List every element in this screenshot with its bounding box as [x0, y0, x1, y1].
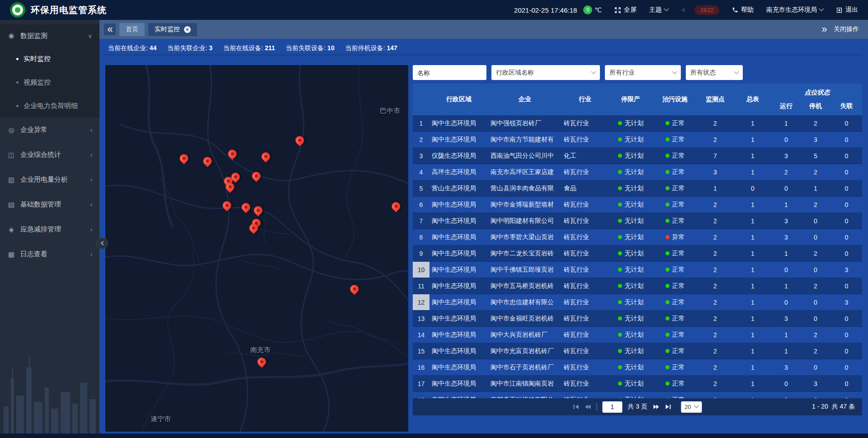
row-run-cell: 0 [772, 392, 800, 398]
last-page-button[interactable] [665, 404, 671, 410]
table-body: 1阆中生态环境局阆中强锐页岩砖厂砖瓦行业无计划正常211202阆中生态环境局阆中… [413, 115, 862, 398]
table-row[interactable]: 15阆中生态环境局阆中市光富页岩机砖厂砖瓦行业无计划正常21120 [413, 343, 862, 359]
row-industry-cell: 砖瓦行业 [561, 213, 609, 229]
sidebar-item-data-monitoring[interactable]: ◉数据监测∨ [0, 24, 99, 47]
table-row[interactable]: 11阆中生态环境局阆中市五马桥页岩机砖砖瓦行业无计划正常21120 [413, 278, 862, 294]
table-row[interactable]: 16阆中生态环境局阆中市石子页岩机砖厂砖瓦行业无计划正常21300 [413, 359, 862, 376]
enterprise-abnormal-icon: ◎ [7, 126, 15, 134]
col-disconnected: 失联 [831, 97, 862, 115]
bullet-icon [16, 81, 19, 84]
status-dot-icon [618, 284, 622, 288]
row-industry-cell: 砖瓦行业 [561, 197, 609, 212]
status-dot-icon [618, 137, 622, 141]
map-panel[interactable]: 巴中市南充市遂宁市 [105, 65, 408, 432]
prev-page-button[interactable] [585, 404, 591, 410]
status-filter-select[interactable]: 所有状态 [686, 65, 743, 80]
table-row[interactable]: 4高坪生态环境局南充市高坪区王家店建砖瓦行业无计划正常31220 [413, 164, 862, 180]
tab-home[interactable]: 首页 [119, 23, 145, 36]
row-stop-cell: 2 [800, 197, 831, 212]
sidebar-item-video-monitoring[interactable]: 视频监控 [0, 71, 99, 94]
row-meters-cell: 1 [733, 115, 772, 131]
table-row[interactable]: 1阆中生态环境局阆中强锐页岩砖厂砖瓦行业无计划正常21120 [413, 115, 862, 132]
table-row[interactable]: 13阆中生态环境局阆中市金福旺页岩机砖砖瓦行业无计划正常21300 [413, 311, 862, 327]
page-size-select[interactable]: 20 [681, 401, 702, 413]
sidebar-item-log-view[interactable]: ▦日志查看‹ [0, 242, 99, 267]
table-row[interactable]: 12阆中生态环境局阆中市忠信建材有限公砖瓦行业无计划正常21003 [413, 294, 862, 311]
map-pin-icon[interactable] [240, 201, 252, 213]
name-filter-input[interactable] [413, 65, 486, 80]
sidebar-item-realtime-monitoring[interactable]: 实时监控 [0, 47, 99, 71]
map-pin-layer: 巴中市南充市遂宁市 [105, 65, 408, 432]
sidebar-item-label: 视频监控 [24, 78, 51, 87]
next-page-button[interactable] [653, 404, 659, 410]
industry-filter-select[interactable]: 所有行业 [605, 65, 681, 80]
row-index-cell: 18 [413, 392, 429, 398]
sidebar-section-enterprise-abnormal: ◎企业异常‹ [0, 118, 99, 142]
tab-close-icon[interactable]: × [184, 26, 191, 33]
table-row[interactable]: 3仪陇生态环境局西南油气田分公司川中化工无计划正常71350 [413, 148, 862, 164]
map-pin-icon[interactable] [202, 155, 214, 167]
map-pin-icon[interactable] [250, 170, 263, 182]
row-run-cell: 3 [772, 359, 800, 375]
sidebar-item-base-data-management[interactable]: ▤基础数据管理‹ [0, 192, 99, 217]
row-run-cell: 1 [772, 327, 800, 343]
map-pin-icon[interactable] [349, 283, 361, 295]
pagination-separator [596, 403, 597, 410]
table-row[interactable]: 10阆中生态环境局阆中千佛镇五郎垭页岩砖瓦行业无计划正常21003 [413, 262, 862, 278]
region-filter-select[interactable]: 行政区域名称 [491, 65, 600, 80]
status-dot-icon [665, 268, 670, 272]
table-row[interactable]: 5营山生态环境局营山县润丰肉食品有限食品无计划正常10010 [413, 180, 862, 197]
map-pin-icon[interactable] [252, 204, 264, 217]
table-row[interactable]: 8阆中生态环境局阆中市枣碧大梁山页岩砖瓦行业无计划异常21300 [413, 229, 862, 245]
sidebar-item-emergency-reduction[interactable]: ◈应急减排管理‹ [0, 217, 99, 242]
city-label: 巴中市 [380, 107, 400, 115]
map-pin-icon[interactable] [390, 200, 402, 212]
org-dropdown[interactable]: 南充市生态环境局 [766, 6, 823, 14]
theme-dropdown[interactable]: 主题 [649, 6, 668, 14]
map-collapse-button[interactable] [96, 237, 108, 249]
fullscreen-button[interactable]: 全屏 [614, 6, 637, 14]
map-pin-icon[interactable] [226, 148, 239, 160]
col-pollution-facility: 治污设施 [653, 84, 697, 115]
row-facility-cell: 正常 [653, 115, 697, 131]
sidebar-item-electricity-analysis[interactable]: ▥企业用电量分析‹ [0, 167, 99, 192]
table-row[interactable]: 17阆中生态环境局阆中市江南镇阆南页岩砖瓦行业无计划正常21030 [413, 376, 862, 392]
row-facility-cell: 正常 [653, 180, 697, 196]
help-button[interactable]: 帮助 [732, 6, 754, 14]
row-points-cell: 2 [697, 115, 733, 131]
map-pin-icon[interactable] [221, 199, 233, 212]
sidebar-item-enterprise-abnormal[interactable]: ◎企业异常‹ [0, 118, 99, 142]
row-index-cell: 7 [413, 213, 429, 229]
tabs-scroll-right-button[interactable] [821, 27, 827, 32]
row-limit-cell: 无计划 [609, 343, 653, 359]
table-row[interactable]: 6阆中生态环境局阆中市金博瑞新型墙材砖瓦行业无计划正常21120 [413, 197, 862, 213]
row-index-cell: 10 [413, 262, 429, 278]
table-row[interactable]: 7阆中生态环境局阆中明阳建材有限公司砖瓦行业无计划正常21300 [413, 213, 862, 229]
row-index-cell: 8 [413, 229, 429, 245]
close-operations-button[interactable]: 关闭操作 [834, 25, 859, 33]
table-row[interactable]: 9阆中生态环境局阆中市二龙长宝页岩砖砖瓦行业无计划正常21120 [413, 245, 862, 262]
row-run-cell: 0 [772, 376, 800, 391]
status-dot-icon [618, 333, 622, 337]
map-pin-icon[interactable] [260, 151, 272, 163]
sidebar-item-enterprise-statistics[interactable]: ◫企业综合统计‹ [0, 142, 99, 167]
status-dot-icon [665, 365, 670, 369]
table-row[interactable]: 18南部生态环境局南部县页岩机砖有限公砖瓦行业无计划正常21060 [413, 392, 862, 398]
row-run-cell: 3 [772, 148, 800, 164]
map-pin-icon[interactable] [256, 356, 268, 368]
row-industry-cell: 砖瓦行业 [561, 359, 609, 375]
sidebar-item-power-load-detail[interactable]: 企业电力负荷明细 [0, 94, 99, 118]
map-pin-icon[interactable] [294, 134, 306, 146]
table-row[interactable]: 2阆中生态环境局阆中市南方节能建材有砖瓦行业无计划正常21030 [413, 132, 862, 148]
page-number-input[interactable] [602, 401, 622, 413]
logout-button[interactable]: 退出 [836, 6, 858, 14]
row-company-cell: 阆中市枣碧大梁山页岩 [488, 229, 561, 245]
table-row[interactable]: 14阆中生态环境局阆中大兴页岩机砖厂砖瓦行业无计划正常21120 [413, 327, 862, 343]
tab-realtime-monitoring[interactable]: 实时监控 × [148, 23, 197, 36]
row-industry-cell: 砖瓦行业 [561, 132, 609, 147]
tabs-scroll-left-button[interactable] [104, 24, 116, 35]
status-dot-icon [665, 170, 670, 174]
map-pin-icon[interactable] [178, 152, 190, 165]
first-page-button[interactable] [573, 404, 579, 410]
alarm-count-badge[interactable]: 2632 [694, 5, 719, 15]
